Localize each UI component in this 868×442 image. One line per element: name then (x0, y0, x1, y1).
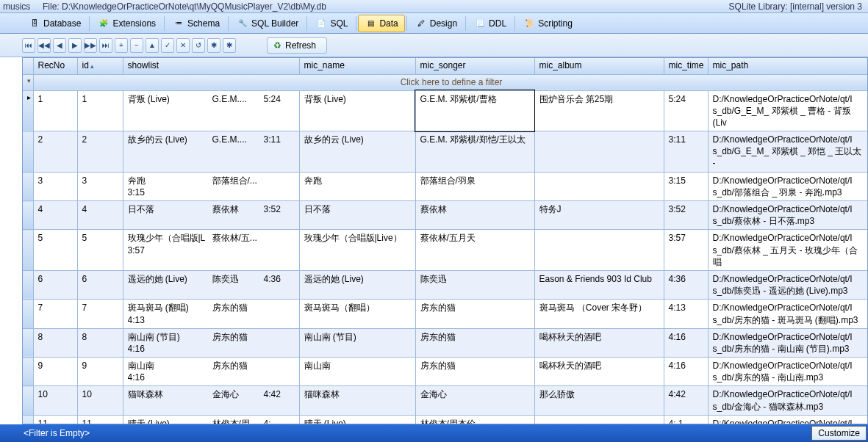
cell-mic-time[interactable]: 5:24 (664, 90, 708, 131)
cell-mic-album[interactable] (534, 172, 664, 200)
table-row[interactable]: ▸11背叛 (Live)G.E.M....5:24背叛 (Live)G.E.M.… (23, 90, 868, 131)
cell-mic-album[interactable] (534, 131, 664, 173)
cell-mic-songer[interactable]: G.E.M. 邓紫棋/郑恺/王以太 (415, 131, 534, 173)
cell-mic-name[interactable]: 日不落 (299, 201, 415, 230)
cell-recno[interactable]: 9 (33, 358, 77, 386)
tab-ddl[interactable]: 📃DDL (467, 15, 513, 32)
cell-mic-album[interactable]: 喝杯秋天的酒吧 (534, 358, 664, 386)
col-mic-time[interactable]: mic_time (664, 58, 708, 74)
cell-mic-path[interactable]: D:/KnowledgeOrPracticeOrNote/qt/I s_db/房… (708, 358, 868, 386)
col-mic-path[interactable]: mic_path (708, 58, 868, 74)
cell-mic-album[interactable] (534, 415, 664, 424)
cell-showlist[interactable]: 奔跑部落组合/...3:15 (123, 172, 299, 200)
cell-mic-path[interactable]: D:/KnowledgeOrPracticeOrNote/qt/I s_db/房… (708, 300, 868, 328)
table-row[interactable]: 44日不落蔡依林3:52日不落蔡依林特务J3:52D:/KnowledgeOrP… (23, 201, 868, 230)
cell-recno[interactable]: 5 (33, 230, 77, 271)
customize-button[interactable]: Customize (811, 426, 867, 441)
cell-id[interactable]: 8 (77, 328, 123, 357)
cell-showlist[interactable]: 斑马斑马 (翻唱)房东的猫4:13 (123, 300, 299, 328)
cell-showlist[interactable]: 玫瑰少年（合唱版|Live）蔡依林/五...3:57 (123, 230, 299, 271)
cell-showlist[interactable]: 故乡的云 (Live)G.E.M....3:11 (123, 131, 299, 173)
cell-showlist[interactable]: 遥远的她 (Live)陈奕迅4:36 (123, 270, 299, 299)
cell-id[interactable]: 3 (77, 172, 123, 200)
cell-mic-time[interactable]: 3:15 (664, 172, 708, 200)
table-row[interactable]: 22故乡的云 (Live)G.E.M....3:11故乡的云 (Live)G.E… (23, 131, 868, 173)
table-row[interactable]: 33奔跑部落组合/...3:15奔跑部落组合/羽泉3:15D:/Knowledg… (23, 172, 868, 200)
cell-recno[interactable]: 6 (33, 270, 77, 299)
cell-id[interactable]: 7 (77, 300, 123, 328)
cell-mic-name[interactable]: 玫瑰少年（合唱版|Live） (299, 230, 415, 271)
col-showlist[interactable]: showlist (123, 58, 299, 74)
cell-mic-path[interactable]: D:/KnowledgeOrPracticeOrNote/qt/I s_db/房… (708, 328, 868, 357)
cell-mic-songer[interactable]: 蔡依林/五月天 (415, 230, 534, 271)
cell-recno[interactable]: 11 (33, 415, 77, 424)
tab-extensions[interactable]: 🧩Extensions (91, 15, 162, 32)
cell-mic-path[interactable]: D:/KnowledgeOrPracticeOrNote/qt/I s_db/陈… (708, 270, 868, 299)
cell-showlist[interactable]: 背叛 (Live)G.E.M....5:24 (123, 90, 299, 131)
cell-mic-album[interactable] (534, 230, 664, 271)
cell-mic-name[interactable]: 背叛 (Live) (299, 90, 415, 131)
cell-mic-path[interactable]: D:/KnowledgeOrPracticeOrNote/qt/I s_db/蔡… (708, 230, 868, 271)
cell-mic-album[interactable]: 那么骄傲 (534, 386, 664, 415)
nav-first-button[interactable]: ⏮ (22, 38, 35, 53)
cell-mic-album[interactable]: 特务J (534, 201, 664, 230)
cell-showlist[interactable]: 南山南 (节目)房东的猫4:16 (123, 328, 299, 357)
cell-id[interactable]: 4 (77, 201, 123, 230)
cell-id[interactable]: 9 (77, 358, 123, 386)
cell-id[interactable]: 6 (77, 270, 123, 299)
cell-recno[interactable]: 2 (33, 131, 77, 173)
cell-mic-time[interactable]: 3:52 (664, 201, 708, 230)
cell-mic-path[interactable]: D:/KnowledgeOrPracticeOrNote/qt/I s_db/G… (708, 90, 868, 131)
tab-design[interactable]: 🖉Design (409, 15, 464, 32)
nav-prev-page-button[interactable]: ◀◀ (37, 38, 51, 53)
refresh-button[interactable]: ♻ Refresh (267, 37, 327, 54)
cell-mic-name[interactable]: 晴天 (Live) (299, 415, 415, 424)
cell-mic-path[interactable]: D:/KnowledgeOrPracticeOrNote/qt/I s_db/金… (708, 386, 868, 415)
col-id[interactable]: id (77, 58, 123, 74)
cell-mic-songer[interactable]: 房东的猫 (415, 300, 534, 328)
cell-id[interactable]: 1 (77, 90, 123, 131)
filter-row[interactable]: ▾ Click here to define a filter (23, 74, 868, 90)
cell-mic-songer[interactable]: 房东的猫 (415, 328, 534, 357)
nav-refresh-button[interactable]: ↺ (192, 38, 205, 53)
cell-mic-time[interactable]: 4:13 (664, 300, 708, 328)
cell-mic-time[interactable]: 4:16 (664, 328, 708, 357)
table-row[interactable]: 1010猫咪森林金海心4:42猫咪森林金海心那么骄傲4:42D:/Knowled… (23, 386, 868, 415)
cell-mic-time[interactable]: 3:57 (664, 230, 708, 271)
tab-database[interactable]: 🗄Database (22, 15, 87, 32)
cell-mic-path[interactable]: D:/KnowledgeOrPracticeOrNote/qt/I s_db/林… (708, 415, 868, 424)
cell-mic-time[interactable]: 4: 1 (664, 415, 708, 424)
col-mic-name[interactable]: mic_name (299, 58, 415, 74)
cell-mic-songer[interactable]: G.E.M. 邓紫棋/曹格 (415, 90, 534, 131)
filter-hint[interactable]: Click here to define a filter (33, 74, 868, 90)
tab-data[interactable]: ▤Data (358, 15, 404, 32)
cell-showlist[interactable]: 猫咪森林金海心4:42 (123, 386, 299, 415)
cell-mic-time[interactable]: 4:42 (664, 386, 708, 415)
cell-id[interactable]: 11 (77, 415, 123, 424)
nav-bookmark-add-button[interactable]: ✱ (223, 38, 236, 53)
cell-recno[interactable]: 8 (33, 328, 77, 357)
nav-insert-button[interactable]: + (115, 38, 128, 53)
cell-id[interactable]: 10 (77, 386, 123, 415)
cell-mic-time[interactable]: 4:16 (664, 358, 708, 386)
tab-schema[interactable]: ≔Schema (166, 15, 226, 32)
cell-recno[interactable]: 3 (33, 172, 77, 200)
cell-mic-name[interactable]: 南山南 (299, 358, 415, 386)
cell-mic-songer[interactable]: 部落组合/羽泉 (415, 172, 534, 200)
tab-scripting[interactable]: 📜Scripting (517, 15, 579, 32)
table-row[interactable]: 1111晴天 (Live)林俊杰/周...4:1晴天 (Live)林俊杰/周杰伦… (23, 415, 868, 424)
cell-mic-name[interactable]: 遥远的她 (Live) (299, 270, 415, 299)
cell-showlist[interactable]: 日不落蔡依林3:52 (123, 201, 299, 230)
cell-mic-name[interactable]: 猫咪森林 (299, 386, 415, 415)
cell-mic-time[interactable]: 4:36 (664, 270, 708, 299)
table-row[interactable]: 66遥远的她 (Live)陈奕迅4:36遥远的她 (Live)陈奕迅Eason … (23, 270, 868, 299)
cell-mic-path[interactable]: D:/KnowledgeOrPracticeOrNote/qt/I s_db/部… (708, 172, 868, 200)
table-row[interactable]: 55玫瑰少年（合唱版|Live）蔡依林/五...3:57玫瑰少年（合唱版|Liv… (23, 230, 868, 271)
cell-recno[interactable]: 7 (33, 300, 77, 328)
nav-edit-button[interactable]: ▲ (146, 38, 159, 53)
cell-showlist[interactable]: 南山南房东的猫4:16 (123, 358, 299, 386)
col-recno[interactable]: RecNo (33, 58, 77, 74)
cell-mic-name[interactable]: 故乡的云 (Live) (299, 131, 415, 173)
nav-bookmark-button[interactable]: ✱ (207, 38, 220, 53)
cell-mic-name[interactable]: 斑马斑马（翻唱） (299, 300, 415, 328)
